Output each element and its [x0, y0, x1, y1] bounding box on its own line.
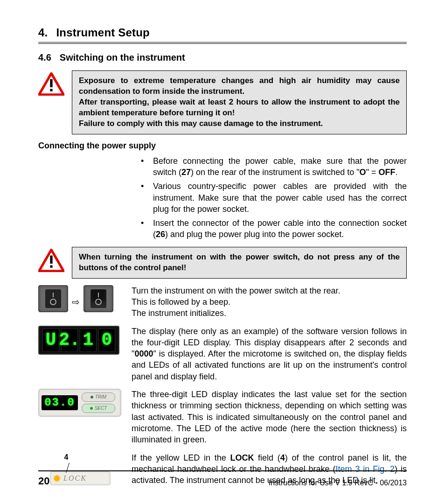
section-title: Switching on the instrument — [60, 52, 185, 63]
bullet-text: Before connecting the power cable, make … — [153, 155, 407, 178]
callout-number: 4 — [64, 452, 69, 462]
svg-rect-5 — [50, 265, 52, 267]
warning-box: Exposure to extreme temperature changes … — [72, 70, 407, 134]
warning-text: Failure to comply with this may cause da… — [79, 119, 400, 129]
warning-icon — [38, 70, 64, 98]
footer-text: Instructions for Use V 1.9 RevC - 06/201… — [269, 479, 407, 487]
bullet-item: • Insert the connector of the power cabl… — [141, 217, 407, 240]
figure-led4: U 2. 1 0 — [38, 326, 122, 382]
paragraph-power-on: ⇨ Turn the instrument on with the power … — [38, 285, 407, 319]
bullet-text: Insert the connector of the power cable … — [153, 217, 407, 240]
chapter-heading: 4. Instrument Setup — [38, 26, 407, 44]
power-switch-off-icon — [38, 285, 68, 312]
paragraph-text: The three-digit LED display indicates th… — [132, 389, 407, 445]
bullet-dot-icon: • — [141, 155, 146, 178]
power-switch-on-icon — [83, 285, 113, 312]
warning-icon — [38, 247, 64, 274]
warning-box: When turning the instrument on with the … — [72, 247, 407, 279]
led-segment: 0 — [98, 329, 115, 352]
bullet-list: • Before connecting the power cable, mak… — [141, 155, 407, 240]
warning-control-panel: When turning the instrument on with the … — [38, 247, 407, 279]
led-segment: 2. — [61, 329, 78, 352]
figure-power-switch: ⇨ — [38, 285, 122, 319]
section-heading: 4.6 Switching on the instrument — [38, 52, 407, 63]
paragraph-three-digit: 03.0 TRIM SECT The three-digit LED displ… — [38, 389, 407, 445]
page-number: 20 — [38, 475, 49, 487]
figure-led3: 03.0 TRIM SECT — [38, 389, 122, 445]
section-number: 4.6 — [38, 52, 51, 63]
bullet-dot-icon: • — [141, 217, 146, 240]
warning-condensation: Exposure to extreme temperature changes … — [38, 70, 407, 134]
led-segment: 1 — [80, 329, 97, 352]
bullet-text: Various country-specific power cables ar… — [153, 181, 407, 215]
led-4digit-display: U 2. 1 0 — [38, 326, 119, 355]
trim-button: TRIM — [82, 392, 115, 402]
bullet-item: • Various country-specific power cables … — [141, 181, 407, 215]
paragraph-version-display: U 2. 1 0 The display (here only as an ex… — [38, 326, 407, 382]
paragraph-text: The display (here only as an example) of… — [132, 326, 407, 382]
page-footer: 20 Instructions for Use V 1.9 RevC - 06/… — [38, 470, 407, 487]
chapter-title: Instrument Setup — [56, 26, 150, 39]
bullet-item: • Before connecting the power cable, mak… — [141, 155, 407, 178]
warning-text: Exposure to extreme temperature changes … — [79, 76, 400, 97]
svg-rect-1 — [50, 79, 52, 88]
svg-rect-2 — [50, 89, 52, 91]
led-3digit-panel: 03.0 TRIM SECT — [38, 389, 121, 417]
warning-text: After transporting, please wait at least… — [79, 97, 400, 119]
sect-button: SECT — [82, 404, 115, 413]
subheading-power-supply: Connecting the power supply — [38, 141, 407, 151]
bullet-dot-icon: • — [141, 181, 146, 215]
svg-rect-4 — [50, 255, 52, 264]
paragraph-text: Turn the instrument on with the power sw… — [132, 285, 407, 319]
arrow-right-icon: ⇨ — [72, 296, 80, 308]
led-3digit-display: 03.0 — [42, 395, 78, 410]
chapter-number: 4. — [38, 26, 48, 39]
led-segment: U — [42, 329, 59, 352]
